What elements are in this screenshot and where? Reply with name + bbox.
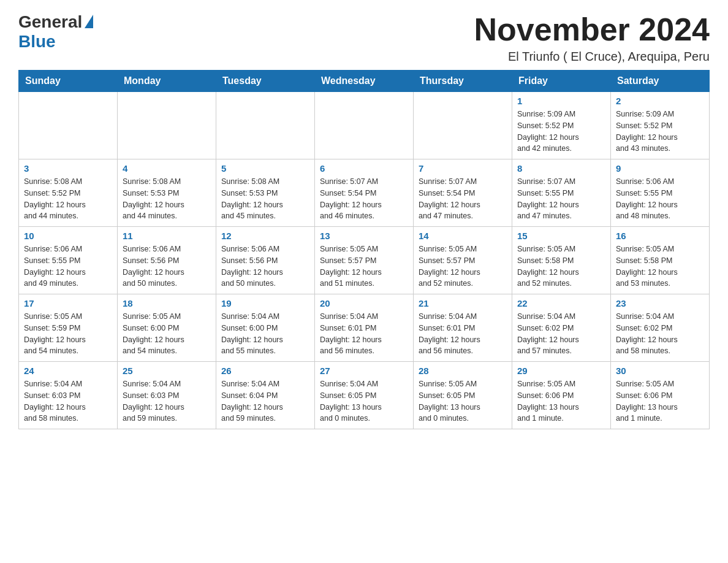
calendar-cell (19, 92, 118, 159)
day-number: 24 (24, 366, 112, 376)
day-info: Sunrise: 5:04 AM Sunset: 6:01 PM Dayligh… (419, 311, 507, 357)
day-info: Sunrise: 5:04 AM Sunset: 6:02 PM Dayligh… (517, 311, 605, 357)
day-info: Sunrise: 5:09 AM Sunset: 5:52 PM Dayligh… (517, 109, 605, 155)
day-number: 1 (517, 96, 605, 106)
day-info: Sunrise: 5:07 AM Sunset: 5:54 PM Dayligh… (419, 176, 507, 222)
weekday-header-wednesday: Wednesday (315, 71, 414, 92)
day-number: 28 (419, 366, 507, 376)
day-number: 27 (320, 366, 408, 376)
day-number: 25 (123, 366, 211, 376)
day-info: Sunrise: 5:05 AM Sunset: 6:00 PM Dayligh… (123, 311, 211, 357)
calendar-cell: 19Sunrise: 5:04 AM Sunset: 6:00 PM Dayli… (216, 294, 315, 362)
logo-blue-text: Blue (18, 32, 56, 52)
calendar-cell: 2Sunrise: 5:09 AM Sunset: 5:52 PM Daylig… (611, 92, 710, 159)
week-row-4: 17Sunrise: 5:05 AM Sunset: 5:59 PM Dayli… (19, 294, 710, 362)
calendar-cell: 21Sunrise: 5:04 AM Sunset: 6:01 PM Dayli… (414, 294, 512, 362)
day-info: Sunrise: 5:09 AM Sunset: 5:52 PM Dayligh… (616, 109, 704, 155)
weekday-header-monday: Monday (118, 71, 216, 92)
day-info: Sunrise: 5:07 AM Sunset: 5:55 PM Dayligh… (517, 176, 605, 222)
day-info: Sunrise: 5:05 AM Sunset: 6:06 PM Dayligh… (517, 378, 605, 424)
week-row-2: 3Sunrise: 5:08 AM Sunset: 5:52 PM Daylig… (19, 159, 710, 227)
day-number: 10 (24, 231, 112, 241)
day-info: Sunrise: 5:05 AM Sunset: 6:05 PM Dayligh… (419, 378, 507, 424)
day-info: Sunrise: 5:08 AM Sunset: 5:53 PM Dayligh… (221, 176, 309, 222)
calendar-cell: 3Sunrise: 5:08 AM Sunset: 5:52 PM Daylig… (19, 159, 118, 227)
day-number: 6 (320, 163, 408, 174)
week-row-5: 24Sunrise: 5:04 AM Sunset: 6:03 PM Dayli… (19, 362, 710, 429)
day-info: Sunrise: 5:05 AM Sunset: 6:06 PM Dayligh… (616, 378, 704, 424)
calendar-cell: 14Sunrise: 5:05 AM Sunset: 5:57 PM Dayli… (414, 227, 512, 294)
day-info: Sunrise: 5:06 AM Sunset: 5:56 PM Dayligh… (221, 243, 309, 289)
calendar-table: SundayMondayTuesdayWednesdayThursdayFrid… (18, 70, 710, 429)
logo-triangle-icon (85, 15, 93, 28)
calendar-cell: 15Sunrise: 5:05 AM Sunset: 5:58 PM Dayli… (512, 227, 611, 294)
location-subtitle: El Triunfo ( El Cruce), Arequipa, Peru (474, 50, 710, 64)
calendar-cell: 13Sunrise: 5:05 AM Sunset: 5:57 PM Dayli… (315, 227, 414, 294)
day-info: Sunrise: 5:04 AM Sunset: 6:05 PM Dayligh… (320, 378, 408, 424)
calendar-cell: 20Sunrise: 5:04 AM Sunset: 6:01 PM Dayli… (315, 294, 414, 362)
logo: General Blue (18, 12, 93, 52)
day-info: Sunrise: 5:06 AM Sunset: 5:55 PM Dayligh… (616, 176, 704, 222)
day-number: 13 (320, 231, 408, 241)
day-number: 29 (517, 366, 605, 376)
day-info: Sunrise: 5:05 AM Sunset: 5:57 PM Dayligh… (320, 243, 408, 289)
day-info: Sunrise: 5:06 AM Sunset: 5:55 PM Dayligh… (24, 243, 112, 289)
day-number: 11 (123, 231, 211, 241)
calendar-cell: 26Sunrise: 5:04 AM Sunset: 6:04 PM Dayli… (216, 362, 315, 429)
day-info: Sunrise: 5:05 AM Sunset: 5:57 PM Dayligh… (419, 243, 507, 289)
weekday-header-thursday: Thursday (414, 71, 512, 92)
day-number: 7 (419, 163, 507, 174)
weekday-header-saturday: Saturday (611, 71, 710, 92)
calendar-cell: 24Sunrise: 5:04 AM Sunset: 6:03 PM Dayli… (19, 362, 118, 429)
day-number: 16 (616, 231, 704, 241)
calendar-cell: 6Sunrise: 5:07 AM Sunset: 5:54 PM Daylig… (315, 159, 414, 227)
calendar-cell: 11Sunrise: 5:06 AM Sunset: 5:56 PM Dayli… (118, 227, 216, 294)
calendar-cell: 4Sunrise: 5:08 AM Sunset: 5:53 PM Daylig… (118, 159, 216, 227)
calendar-cell: 25Sunrise: 5:04 AM Sunset: 6:03 PM Dayli… (118, 362, 216, 429)
day-number: 26 (221, 366, 309, 376)
day-info: Sunrise: 5:06 AM Sunset: 5:56 PM Dayligh… (123, 243, 211, 289)
calendar-cell: 12Sunrise: 5:06 AM Sunset: 5:56 PM Dayli… (216, 227, 315, 294)
day-number: 9 (616, 163, 704, 174)
calendar-cell: 8Sunrise: 5:07 AM Sunset: 5:55 PM Daylig… (512, 159, 611, 227)
calendar-cell: 17Sunrise: 5:05 AM Sunset: 5:59 PM Dayli… (19, 294, 118, 362)
calendar-cell: 30Sunrise: 5:05 AM Sunset: 6:06 PM Dayli… (611, 362, 710, 429)
day-info: Sunrise: 5:04 AM Sunset: 6:01 PM Dayligh… (320, 311, 408, 357)
calendar-cell: 7Sunrise: 5:07 AM Sunset: 5:54 PM Daylig… (414, 159, 512, 227)
day-info: Sunrise: 5:04 AM Sunset: 6:03 PM Dayligh… (24, 378, 112, 424)
calendar-cell (414, 92, 512, 159)
day-info: Sunrise: 5:05 AM Sunset: 5:58 PM Dayligh… (517, 243, 605, 289)
day-number: 22 (517, 298, 605, 308)
calendar-cell: 18Sunrise: 5:05 AM Sunset: 6:00 PM Dayli… (118, 294, 216, 362)
page-header: General Blue November 2024 El Triunfo ( … (18, 12, 710, 64)
calendar-cell (118, 92, 216, 159)
day-number: 14 (419, 231, 507, 241)
calendar-cell: 23Sunrise: 5:04 AM Sunset: 6:02 PM Dayli… (611, 294, 710, 362)
day-number: 3 (24, 163, 112, 174)
month-title: November 2024 (474, 12, 710, 47)
week-row-3: 10Sunrise: 5:06 AM Sunset: 5:55 PM Dayli… (19, 227, 710, 294)
day-number: 5 (221, 163, 309, 174)
day-info: Sunrise: 5:04 AM Sunset: 6:03 PM Dayligh… (123, 378, 211, 424)
day-info: Sunrise: 5:05 AM Sunset: 5:59 PM Dayligh… (24, 311, 112, 357)
day-info: Sunrise: 5:04 AM Sunset: 6:02 PM Dayligh… (616, 311, 704, 357)
day-number: 18 (123, 298, 211, 308)
weekday-header-row: SundayMondayTuesdayWednesdayThursdayFrid… (19, 71, 710, 92)
calendar-cell: 1Sunrise: 5:09 AM Sunset: 5:52 PM Daylig… (512, 92, 611, 159)
day-info: Sunrise: 5:05 AM Sunset: 5:58 PM Dayligh… (616, 243, 704, 289)
calendar-cell (315, 92, 414, 159)
day-info: Sunrise: 5:04 AM Sunset: 6:04 PM Dayligh… (221, 378, 309, 424)
calendar-cell: 9Sunrise: 5:06 AM Sunset: 5:55 PM Daylig… (611, 159, 710, 227)
calendar-cell: 22Sunrise: 5:04 AM Sunset: 6:02 PM Dayli… (512, 294, 611, 362)
calendar-cell (216, 92, 315, 159)
day-info: Sunrise: 5:08 AM Sunset: 5:53 PM Dayligh… (123, 176, 211, 222)
day-info: Sunrise: 5:04 AM Sunset: 6:00 PM Dayligh… (221, 311, 309, 357)
calendar-cell: 27Sunrise: 5:04 AM Sunset: 6:05 PM Dayli… (315, 362, 414, 429)
day-number: 30 (616, 366, 704, 376)
day-number: 21 (419, 298, 507, 308)
day-number: 15 (517, 231, 605, 241)
day-number: 4 (123, 163, 211, 174)
day-number: 12 (221, 231, 309, 241)
weekday-header-friday: Friday (512, 71, 611, 92)
day-number: 2 (616, 96, 704, 106)
